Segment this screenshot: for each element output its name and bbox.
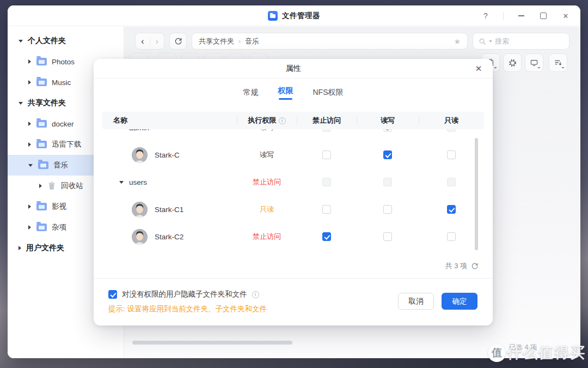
sort-list-icon [554, 58, 562, 67]
window-title: 文件管理器 [282, 11, 320, 21]
sidebar-item-label: 个人文件夹 [28, 36, 66, 46]
search-box[interactable] [473, 33, 569, 50]
dialog-close-icon[interactable] [473, 63, 484, 74]
settings-button[interactable] [503, 53, 522, 72]
exec-permission-value: 读写 [260, 150, 274, 160]
horizontal-scrollbar[interactable] [132, 341, 292, 345]
deny-access-checkbox[interactable] [322, 129, 331, 132]
exec-permission-value: 读写 [260, 129, 274, 132]
read-write-checkbox[interactable] [383, 178, 392, 186]
folder-misc-icon [36, 224, 47, 231]
watermark: 值 什么值得买 [488, 343, 586, 363]
read-write-checkbox[interactable] [383, 205, 392, 214]
sidebar-item-label: docker [52, 120, 74, 128]
breadcrumb-segment-music[interactable]: 音乐 [245, 37, 259, 46]
items-count-text: 共 3 项 [445, 261, 467, 271]
file-manager-app-icon [268, 11, 278, 21]
deny-access-checkbox[interactable] [322, 178, 331, 186]
back-button[interactable] [136, 33, 150, 49]
cancel-button[interactable]: 取消 [398, 293, 434, 310]
column-header-read-write: 读写 [357, 112, 419, 129]
read-write-checkbox[interactable] [383, 129, 392, 132]
sidebar-item-label: 杂项 [52, 222, 66, 232]
forward-button[interactable] [150, 33, 164, 49]
exec-permission-value: 禁止访问 [253, 177, 281, 187]
trash-icon [47, 182, 56, 190]
breadcrumb: 共享文件夹 › 音乐 [192, 33, 468, 50]
folder-music-icon [36, 79, 47, 86]
deny-access-checkbox[interactable] [322, 150, 331, 159]
history-nav-group [135, 33, 164, 50]
deny-access-checkbox[interactable] [322, 232, 331, 241]
sidebar-item-personal-folders[interactable]: 个人文件夹 [8, 31, 124, 51]
avatar [132, 229, 148, 245]
folder-docker-icon [36, 120, 47, 128]
table-row-admin: admin 读写 [102, 129, 484, 141]
read-only-checkbox[interactable] [447, 232, 456, 241]
window-controls [481, 5, 571, 26]
table-row-stark-c2: Stark-C2 禁止访问 [102, 223, 484, 250]
read-only-checkbox[interactable] [447, 178, 456, 186]
folder-download-icon [36, 141, 47, 148]
sidebar-item-label: 共享文件夹 [28, 98, 66, 108]
info-icon[interactable] [252, 291, 259, 298]
view-mode-button[interactable] [525, 53, 543, 72]
row-name: Stark-C2 [155, 233, 183, 241]
chevron-down-icon [28, 164, 33, 167]
permissions-table-header: 名称 执行权限 禁止访问 读写 只读 [102, 112, 484, 129]
read-write-checkbox[interactable] [383, 150, 392, 159]
sidebar-item-label: Music [52, 79, 71, 87]
hide-option-row: 对没有权限的用户隐藏子文件夹和文件 [108, 289, 259, 299]
caret-down-icon [494, 67, 497, 69]
refresh-count-icon[interactable] [471, 262, 479, 270]
maximize-button[interactable] [538, 11, 548, 21]
properties-dialog: 属性 常规 权限 NFS权限 名称 执行权限 禁止访问 读写 只读 admin … [94, 59, 493, 325]
breadcrumb-segment-shared-folders[interactable]: 共享文件夹 [199, 37, 234, 46]
read-only-checkbox[interactable] [447, 205, 456, 214]
watermark-text: 什么值得买 [507, 343, 586, 363]
dialog-title: 属性 [94, 59, 493, 79]
row-name: users [129, 178, 147, 186]
titlebar: 文件管理器 [8, 5, 580, 26]
exec-permission-value: 只读 [260, 204, 274, 214]
avatar [132, 147, 148, 163]
refresh-button[interactable] [169, 33, 187, 50]
table-vertical-scrollbar[interactable] [475, 138, 478, 250]
hide-option-checkbox[interactable] [108, 290, 117, 299]
read-only-checkbox[interactable] [447, 150, 456, 159]
column-header-exec-permission: 执行权限 [237, 112, 297, 129]
table-row-stark-c: Stark-C 读写 [102, 141, 484, 168]
chevron-right-icon [28, 142, 31, 147]
chevron-down-icon [19, 102, 23, 105]
help-icon[interactable] [481, 11, 491, 21]
info-icon[interactable] [279, 117, 286, 124]
tab-permissions[interactable]: 权限 [278, 83, 293, 100]
items-count-row: 共 3 项 [445, 258, 479, 274]
read-only-checkbox[interactable] [447, 129, 456, 132]
search-scope-caret-icon[interactable] [489, 40, 492, 43]
tab-nfs-permissions[interactable]: NFS权限 [313, 85, 344, 98]
row-name: admin [129, 129, 149, 132]
read-write-checkbox[interactable] [383, 232, 392, 241]
favorite-star-icon[interactable] [454, 37, 461, 46]
watermark-logo: 值 [488, 344, 506, 362]
dialog-header: 属性 [94, 59, 493, 79]
folder-photos-icon [36, 58, 47, 65]
table-row-users: users 禁止访问 [102, 168, 484, 196]
chevron-right-icon [28, 225, 31, 230]
tab-general[interactable]: 常规 [243, 85, 259, 98]
sort-button[interactable] [549, 53, 567, 72]
search-input[interactable] [495, 37, 549, 45]
search-icon [479, 38, 486, 45]
column-header-deny-access: 禁止访问 [297, 112, 357, 129]
chevron-right-icon [28, 122, 31, 126]
minimize-button[interactable] [516, 11, 526, 21]
chevron-down-icon[interactable] [119, 181, 124, 184]
monitor-icon [530, 58, 538, 67]
deny-access-checkbox[interactable] [322, 205, 331, 214]
confirm-button[interactable]: 确定 [442, 293, 477, 310]
chevron-right-icon [28, 59, 31, 64]
row-name: Stark-C [155, 151, 180, 159]
table-row-stark-c1: Stark-C1 只读 [102, 196, 484, 223]
close-button[interactable] [561, 11, 571, 21]
